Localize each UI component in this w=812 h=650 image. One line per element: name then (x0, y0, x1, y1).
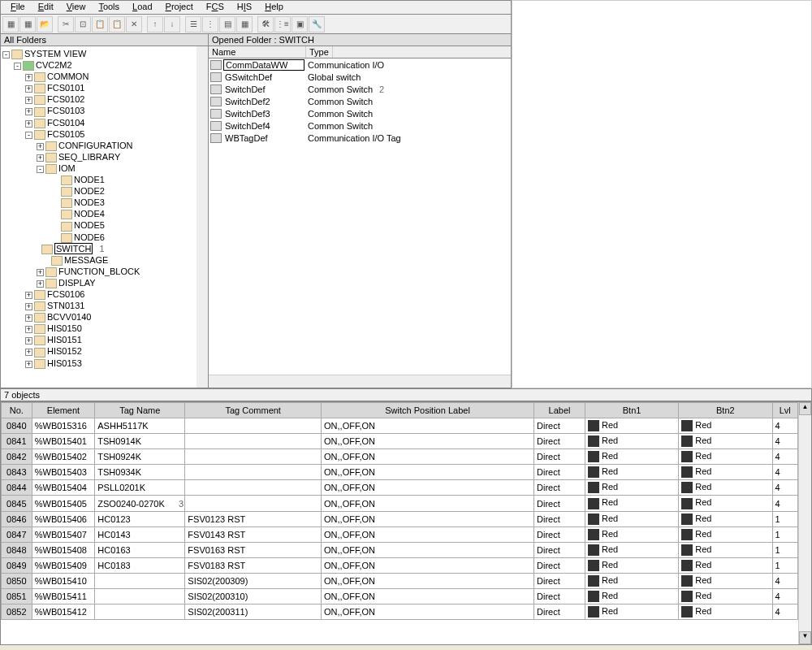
list-item[interactable]: SwitchDef3Common Switch (209, 107, 511, 119)
tree-item-HIS0153[interactable]: HIS0153 (47, 358, 82, 368)
cell-btn1[interactable]: Red (585, 449, 678, 465)
tree-item-NODE3[interactable]: NODE3 (74, 197, 105, 207)
cell-spl[interactable]: ON,,OFF,ON (322, 511, 534, 526)
cell-comment[interactable] (185, 418, 322, 434)
tb-del-icon[interactable]: ✕ (126, 16, 142, 32)
cell-element[interactable]: %WB015401 (32, 434, 95, 449)
grid-col-5[interactable]: Label (534, 403, 585, 418)
cell-btn1[interactable]: Red (585, 573, 678, 588)
tree-item-NODE6[interactable]: NODE6 (74, 232, 105, 242)
tb-view2-icon[interactable]: ⋮ (202, 16, 218, 32)
cell-tagname[interactable]: ZSO0240-0270K 3 (95, 496, 185, 511)
menu-edit[interactable]: Edit (32, 1, 60, 14)
cell-lvl[interactable]: 4 (772, 573, 798, 588)
cell-tagname[interactable]: ASHH5117K (95, 418, 185, 434)
cell-label[interactable]: Direct (534, 496, 585, 511)
tb-down-icon[interactable]: ↓ (164, 16, 180, 32)
cell-label[interactable]: Direct (534, 589, 585, 604)
cell-element[interactable]: %WB015406 (32, 511, 95, 526)
collapse-icon[interactable]: - (14, 63, 21, 70)
cell-tagname[interactable]: PSLL0201K (95, 480, 185, 496)
grid-col-0[interactable]: No. (2, 403, 32, 418)
grid-col-7[interactable]: Btn2 (679, 403, 772, 418)
cell-lvl[interactable]: 4 (772, 465, 798, 480)
table-row[interactable]: 0844 %WB015404 PSLL0201K ON,,OFF,ON Dire… (2, 480, 798, 496)
tb-tool-icon[interactable]: 🔧 (309, 16, 325, 32)
folder-tree[interactable]: -SYSTEM VIEW -CVC2M2 +COMMON+FCS0101+FCS… (1, 46, 197, 388)
tree-item-BCVV0140[interactable]: BCVV0140 (47, 312, 91, 322)
grid-col-8[interactable]: Lvl (772, 403, 798, 418)
tb-paste2-icon[interactable]: 📋 (109, 16, 125, 32)
tb-view4-icon[interactable]: ▦ (236, 16, 253, 32)
menu-fcs[interactable]: FCS (200, 1, 231, 14)
cell-btn1[interactable]: Red (585, 604, 678, 620)
cell-label[interactable]: Direct (534, 418, 585, 434)
grid-col-3[interactable]: Tag Comment (185, 403, 322, 418)
tree-switch[interactable]: SWITCH (54, 243, 93, 254)
cell-label[interactable]: Direct (534, 542, 585, 557)
cell-element[interactable]: %WB015405 (32, 496, 95, 511)
cell-tagname[interactable]: TSH0924K (95, 449, 185, 465)
cell-comment[interactable]: SIS02(200310) (185, 589, 322, 604)
tree-item-message[interactable]: MESSAGE (64, 255, 108, 265)
tree-item-STN0131[interactable]: STN0131 (47, 301, 84, 310)
menu-load[interactable]: Load (126, 1, 158, 14)
scroll-up-icon[interactable]: ▲ (799, 402, 811, 415)
cell-btn2[interactable]: Red (679, 526, 772, 542)
cell-btn1[interactable]: Red (585, 465, 678, 480)
cell-comment[interactable]: SIS02(200309) (185, 573, 322, 588)
tree-item-display[interactable]: DISPLAY (58, 278, 96, 288)
expand-icon[interactable]: + (37, 154, 44, 162)
cell-comment[interactable] (185, 465, 322, 480)
cell-lvl[interactable]: 4 (772, 480, 798, 496)
cell-element[interactable]: %WB015404 (32, 480, 95, 496)
cell-tagname[interactable]: HC0163 (95, 542, 185, 557)
tb-view3-icon[interactable]: ▤ (219, 16, 235, 32)
tree-scrollbar[interactable] (197, 46, 208, 388)
collapse-icon[interactable]: - (37, 166, 44, 173)
collapse-icon[interactable]: - (2, 51, 10, 58)
cell-spl[interactable]: ON,,OFF,ON (322, 557, 534, 573)
collapse-icon[interactable]: - (25, 132, 32, 139)
tree-item-SEQ_LIBRARY[interactable]: SEQ_LIBRARY (58, 152, 120, 162)
tb-cut-icon[interactable]: ✂ (58, 16, 74, 32)
cell-tagname[interactable]: HC0143 (95, 526, 185, 542)
expand-icon[interactable]: + (25, 108, 32, 115)
expand-icon[interactable]: + (25, 314, 32, 322)
cell-lvl[interactable]: 1 (772, 526, 798, 542)
cell-spl[interactable]: ON,,OFF,ON (322, 480, 534, 496)
cell-label[interactable]: Direct (534, 480, 585, 496)
cell-btn1[interactable]: Red (585, 434, 678, 449)
expand-icon[interactable]: + (25, 85, 32, 93)
cell-spl[interactable]: ON,,OFF,ON (322, 449, 534, 465)
cell-lvl[interactable]: 1 (772, 542, 798, 557)
expand-icon[interactable]: + (25, 97, 32, 104)
grid-col-4[interactable]: Switch Position Label (322, 403, 534, 418)
cell-btn2[interactable]: Red (679, 465, 772, 480)
cell-label[interactable]: Direct (534, 511, 585, 526)
table-row[interactable]: 0841 %WB015401 TSH0914K ON,,OFF,ON Direc… (2, 434, 798, 449)
cell-btn1[interactable]: Red (585, 526, 678, 542)
cell-tagname[interactable]: TSH0914K (95, 434, 185, 449)
list-item[interactable]: SwitchDef2Common Switch (209, 95, 511, 107)
file-list[interactable]: Name Type CommDataWWCommunication I/OGSw… (209, 46, 511, 375)
cell-btn2[interactable]: Red (679, 604, 772, 620)
cell-spl[interactable]: ON,,OFF,ON (322, 465, 534, 480)
tb-up-icon[interactable]: ↑ (147, 16, 163, 32)
cell-btn1[interactable]: Red (585, 480, 678, 496)
cell-lvl[interactable]: 1 (772, 511, 798, 526)
list-item[interactable]: SwitchDef4Common Switch (209, 119, 511, 132)
cell-comment[interactable] (185, 480, 322, 496)
menu-his[interactable]: HIS (231, 1, 258, 14)
table-row[interactable]: 0850 %WB015410 SIS02(200309) ON,,OFF,ON … (2, 573, 798, 588)
tree-item-CONFIGURATION[interactable]: CONFIGURATION (58, 141, 132, 150)
table-row[interactable]: 0840 %WB015316 ASHH5117K ON,,OFF,ON Dire… (2, 418, 798, 434)
table-row[interactable]: 0849 %WB015409 HC0183 FSV0183 RST ON,,OF… (2, 557, 798, 573)
tb-new-icon[interactable]: ▦ (2, 16, 19, 32)
cell-comment[interactable]: FSV0143 RST (185, 526, 322, 542)
tb-new2-icon[interactable]: ▦ (19, 16, 36, 32)
cell-label[interactable]: Direct (534, 573, 585, 588)
tb-copy-icon[interactable]: ⊡ (75, 16, 91, 32)
tree-item-FCS0102[interactable]: FCS0102 (47, 94, 84, 104)
tree-item-FCS0101[interactable]: FCS0101 (47, 83, 84, 93)
